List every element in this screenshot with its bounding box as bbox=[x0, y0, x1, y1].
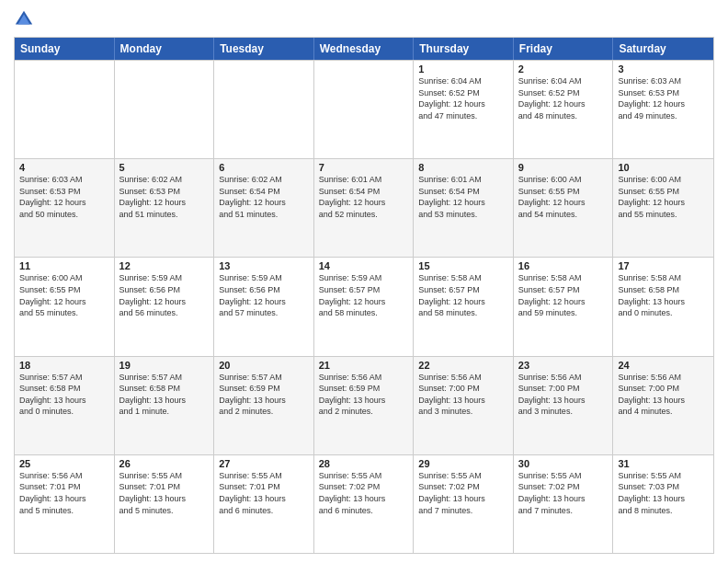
page: SundayMondayTuesdayWednesdayThursdayFrid… bbox=[0, 0, 728, 563]
calendar-cell-day-19: 19Sunrise: 5:57 AM Sunset: 6:58 PM Dayli… bbox=[115, 357, 215, 454]
day-number: 10 bbox=[618, 162, 709, 173]
calendar-cell-day-9: 9Sunrise: 6:00 AM Sunset: 6:55 PM Daylig… bbox=[514, 159, 614, 257]
calendar-cell-day-26: 26Sunrise: 5:55 AM Sunset: 7:01 PM Dayli… bbox=[115, 455, 215, 553]
calendar-cell-empty bbox=[15, 61, 115, 158]
calendar-cell-day-2: 2Sunrise: 6:04 AM Sunset: 6:52 PM Daylig… bbox=[514, 61, 614, 158]
day-number: 28 bbox=[319, 458, 409, 469]
calendar-cell-day-11: 11Sunrise: 6:00 AM Sunset: 6:55 PM Dayli… bbox=[15, 258, 115, 355]
day-info: Sunrise: 5:56 AM Sunset: 6:59 PM Dayligh… bbox=[319, 372, 409, 418]
day-number: 5 bbox=[119, 162, 210, 173]
calendar-header-thursday: Thursday bbox=[414, 38, 514, 60]
calendar-cell-day-27: 27Sunrise: 5:55 AM Sunset: 7:01 PM Dayli… bbox=[214, 455, 314, 553]
calendar-cell-day-16: 16Sunrise: 5:58 AM Sunset: 6:57 PM Dayli… bbox=[514, 258, 614, 355]
calendar-cell-day-4: 4Sunrise: 6:03 AM Sunset: 6:53 PM Daylig… bbox=[15, 159, 115, 257]
day-number: 12 bbox=[119, 260, 210, 271]
day-info: Sunrise: 5:57 AM Sunset: 6:59 PM Dayligh… bbox=[219, 372, 309, 418]
calendar-body: 1Sunrise: 6:04 AM Sunset: 6:52 PM Daylig… bbox=[15, 60, 713, 553]
day-number: 11 bbox=[19, 260, 109, 271]
day-number: 1 bbox=[418, 63, 508, 75]
calendar-header-sunday: Sunday bbox=[15, 38, 115, 60]
calendar-cell-empty bbox=[115, 61, 215, 158]
day-number: 21 bbox=[319, 360, 409, 371]
day-number: 14 bbox=[319, 260, 409, 271]
calendar-header-wednesday: Wednesday bbox=[314, 38, 415, 60]
day-info: Sunrise: 5:59 AM Sunset: 6:56 PM Dayligh… bbox=[119, 272, 210, 318]
calendar: SundayMondayTuesdayWednesdayThursdayFrid… bbox=[14, 37, 714, 554]
day-number: 26 bbox=[119, 458, 210, 469]
day-info: Sunrise: 5:59 AM Sunset: 6:56 PM Dayligh… bbox=[219, 272, 309, 318]
day-number: 7 bbox=[319, 162, 409, 173]
calendar-cell-day-29: 29Sunrise: 5:55 AM Sunset: 7:02 PM Dayli… bbox=[414, 455, 514, 553]
day-number: 16 bbox=[518, 260, 609, 271]
day-info: Sunrise: 5:57 AM Sunset: 6:58 PM Dayligh… bbox=[119, 372, 210, 418]
day-info: Sunrise: 5:56 AM Sunset: 7:00 PM Dayligh… bbox=[418, 372, 508, 418]
day-info: Sunrise: 5:55 AM Sunset: 7:02 PM Dayligh… bbox=[418, 470, 508, 516]
day-number: 18 bbox=[19, 360, 109, 371]
day-number: 19 bbox=[119, 360, 210, 371]
day-info: Sunrise: 6:02 AM Sunset: 6:53 PM Dayligh… bbox=[119, 174, 210, 220]
day-info: Sunrise: 6:00 AM Sunset: 6:55 PM Dayligh… bbox=[19, 272, 109, 318]
calendar-cell-day-24: 24Sunrise: 5:56 AM Sunset: 7:00 PM Dayli… bbox=[613, 357, 713, 454]
day-info: Sunrise: 5:58 AM Sunset: 6:57 PM Dayligh… bbox=[518, 272, 609, 318]
day-number: 30 bbox=[518, 458, 609, 469]
day-number: 4 bbox=[19, 162, 109, 173]
day-info: Sunrise: 5:58 AM Sunset: 6:57 PM Dayligh… bbox=[418, 272, 508, 318]
calendar-cell-day-18: 18Sunrise: 5:57 AM Sunset: 6:58 PM Dayli… bbox=[15, 357, 115, 454]
day-info: Sunrise: 5:56 AM Sunset: 7:00 PM Dayligh… bbox=[618, 372, 709, 418]
day-info: Sunrise: 6:03 AM Sunset: 6:53 PM Dayligh… bbox=[618, 75, 709, 121]
calendar-cell-empty bbox=[214, 61, 314, 158]
day-info: Sunrise: 5:56 AM Sunset: 7:01 PM Dayligh… bbox=[19, 470, 109, 516]
day-number: 2 bbox=[518, 63, 609, 75]
calendar-cell-day-5: 5Sunrise: 6:02 AM Sunset: 6:53 PM Daylig… bbox=[115, 159, 215, 257]
calendar-cell-day-10: 10Sunrise: 6:00 AM Sunset: 6:55 PM Dayli… bbox=[613, 159, 713, 257]
day-number: 6 bbox=[219, 162, 309, 173]
day-info: Sunrise: 6:02 AM Sunset: 6:54 PM Dayligh… bbox=[219, 174, 309, 220]
day-number: 25 bbox=[19, 458, 109, 469]
calendar-cell-day-8: 8Sunrise: 6:01 AM Sunset: 6:54 PM Daylig… bbox=[414, 159, 514, 257]
calendar-cell-day-13: 13Sunrise: 5:59 AM Sunset: 6:56 PM Dayli… bbox=[214, 258, 314, 355]
calendar-cell-day-6: 6Sunrise: 6:02 AM Sunset: 6:54 PM Daylig… bbox=[214, 159, 314, 257]
day-info: Sunrise: 6:03 AM Sunset: 6:53 PM Dayligh… bbox=[19, 174, 109, 220]
day-number: 8 bbox=[418, 162, 508, 173]
day-number: 23 bbox=[518, 360, 609, 371]
day-info: Sunrise: 6:00 AM Sunset: 6:55 PM Dayligh… bbox=[518, 174, 609, 220]
calendar-cell-day-15: 15Sunrise: 5:58 AM Sunset: 6:57 PM Dayli… bbox=[414, 258, 514, 355]
day-info: Sunrise: 5:56 AM Sunset: 7:00 PM Dayligh… bbox=[518, 372, 609, 418]
calendar-cell-day-31: 31Sunrise: 5:55 AM Sunset: 7:03 PM Dayli… bbox=[613, 455, 713, 553]
day-info: Sunrise: 5:55 AM Sunset: 7:01 PM Dayligh… bbox=[219, 470, 309, 516]
day-info: Sunrise: 6:00 AM Sunset: 6:55 PM Dayligh… bbox=[618, 174, 709, 220]
calendar-cell-day-23: 23Sunrise: 5:56 AM Sunset: 7:00 PM Dayli… bbox=[514, 357, 614, 454]
day-number: 27 bbox=[219, 458, 309, 469]
day-info: Sunrise: 5:55 AM Sunset: 7:02 PM Dayligh… bbox=[518, 470, 609, 516]
calendar-cell-day-28: 28Sunrise: 5:55 AM Sunset: 7:02 PM Dayli… bbox=[314, 455, 415, 553]
calendar-cell-day-25: 25Sunrise: 5:56 AM Sunset: 7:01 PM Dayli… bbox=[15, 455, 115, 553]
calendar-cell-day-1: 1Sunrise: 6:04 AM Sunset: 6:52 PM Daylig… bbox=[414, 61, 514, 158]
day-info: Sunrise: 6:01 AM Sunset: 6:54 PM Dayligh… bbox=[319, 174, 409, 220]
logo bbox=[14, 9, 38, 29]
calendar-cell-empty bbox=[314, 61, 415, 158]
day-number: 9 bbox=[518, 162, 609, 173]
header bbox=[14, 9, 714, 29]
calendar-header-friday: Friday bbox=[514, 38, 614, 60]
calendar-header-tuesday: Tuesday bbox=[214, 38, 314, 60]
calendar-cell-day-12: 12Sunrise: 5:59 AM Sunset: 6:56 PM Dayli… bbox=[115, 258, 215, 355]
day-number: 13 bbox=[219, 260, 309, 271]
day-info: Sunrise: 6:04 AM Sunset: 6:52 PM Dayligh… bbox=[418, 75, 508, 121]
logo-icon bbox=[14, 9, 34, 29]
day-info: Sunrise: 5:57 AM Sunset: 6:58 PM Dayligh… bbox=[19, 372, 109, 418]
calendar-header: SundayMondayTuesdayWednesdayThursdayFrid… bbox=[15, 38, 713, 60]
calendar-cell-day-17: 17Sunrise: 5:58 AM Sunset: 6:58 PM Dayli… bbox=[613, 258, 713, 355]
day-number: 29 bbox=[418, 458, 508, 469]
calendar-cell-day-3: 3Sunrise: 6:03 AM Sunset: 6:53 PM Daylig… bbox=[613, 61, 713, 158]
calendar-cell-day-20: 20Sunrise: 5:57 AM Sunset: 6:59 PM Dayli… bbox=[214, 357, 314, 454]
day-number: 17 bbox=[618, 260, 709, 271]
day-info: Sunrise: 5:55 AM Sunset: 7:01 PM Dayligh… bbox=[119, 470, 210, 516]
day-number: 20 bbox=[219, 360, 309, 371]
calendar-cell-day-22: 22Sunrise: 5:56 AM Sunset: 7:00 PM Dayli… bbox=[414, 357, 514, 454]
day-number: 24 bbox=[618, 360, 709, 371]
day-info: Sunrise: 5:58 AM Sunset: 6:58 PM Dayligh… bbox=[618, 272, 709, 318]
day-number: 22 bbox=[418, 360, 508, 371]
day-info: Sunrise: 6:04 AM Sunset: 6:52 PM Dayligh… bbox=[518, 75, 609, 121]
calendar-cell-day-14: 14Sunrise: 5:59 AM Sunset: 6:57 PM Dayli… bbox=[314, 258, 415, 355]
calendar-header-saturday: Saturday bbox=[613, 38, 713, 60]
